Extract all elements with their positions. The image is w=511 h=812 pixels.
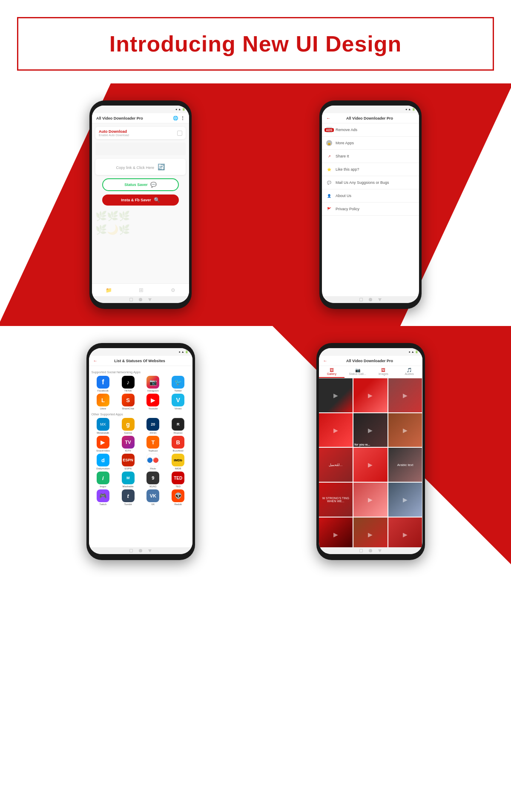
globe-icon[interactable]: 🌐 xyxy=(173,116,178,120)
app-item-twitter[interactable]: 🐦 Twitter xyxy=(167,376,190,392)
home-button[interactable] xyxy=(139,298,142,301)
tiktok-icon: ♪ xyxy=(122,376,135,389)
home-btn-4[interactable] xyxy=(369,549,372,552)
app-item-20min[interactable]: 20 20min xyxy=(141,418,165,434)
menu-item-share[interactable]: ↗ Share It xyxy=(322,150,419,163)
status-saver-button[interactable]: Status Saver 💬 xyxy=(102,178,179,191)
auto-download-checkbox[interactable] xyxy=(177,131,182,136)
folder-nav-icon[interactable]: 📁 xyxy=(106,287,112,293)
settings-nav-icon[interactable]: ⚙ xyxy=(171,287,175,293)
home-btn-2[interactable] xyxy=(369,298,372,301)
tab-status-gallery[interactable]: 📷 Status Gall... xyxy=(344,366,370,378)
back-button[interactable] xyxy=(148,298,152,301)
screen1-content: Auto Download Enable Auto Download Copy … xyxy=(92,123,189,283)
thumb-content-1: ▶ xyxy=(319,378,353,412)
menu-item-more-apps[interactable]: 🔒 More Apps xyxy=(322,137,419,150)
gallery-thumb-14[interactable]: ▶ xyxy=(353,518,388,547)
back-btn-3[interactable] xyxy=(148,549,152,552)
app-item-mashable[interactable]: M Mashable xyxy=(116,472,140,488)
gallery-thumb-15[interactable]: ▶ xyxy=(388,518,422,547)
thumb-content-12: ▶ xyxy=(388,483,422,517)
snackvideo-icon: ▶ xyxy=(97,436,109,449)
gallery-thumb-4[interactable]: ▶ xyxy=(319,413,353,447)
app-item-youtube[interactable]: ▶ Youtube xyxy=(141,394,165,410)
buzzfeed-label: Buzzfeed xyxy=(173,449,184,452)
recent-apps-btn-4[interactable] xyxy=(359,549,363,552)
app-item-dailymotion[interactable]: d Dailymotion xyxy=(92,454,115,470)
app-item-twitch[interactable]: 🎮 Twitch xyxy=(92,489,115,506)
app-item-topbuzz[interactable]: T Topbuzz xyxy=(141,436,165,452)
igtv-icon: TV xyxy=(122,436,135,449)
app-item-imgur[interactable]: i Imgur xyxy=(92,472,115,488)
copy-link-area[interactable]: Copy link & Click Here 🔄 xyxy=(95,159,186,175)
back-btn-4[interactable] xyxy=(378,549,382,552)
back-btn-2[interactable] xyxy=(378,298,382,301)
app-item-facebook[interactable]: f Facebook xyxy=(92,376,115,392)
app-item-likee[interactable]: L Likee xyxy=(92,394,115,410)
app-item-metakatalk[interactable]: MX Metakatalk xyxy=(92,418,115,434)
menu-item-like[interactable]: ⭐ Like this app? xyxy=(322,163,419,176)
app-item-reddit[interactable]: 👽 Reddit xyxy=(167,489,190,506)
gallery-tab-label: Gallery xyxy=(327,372,336,375)
app-item-roposo[interactable]: R Roposo xyxy=(167,418,190,434)
app-item-sharechat[interactable]: S ShareChat xyxy=(116,394,140,410)
grid-nav-icon[interactable]: ⊞ xyxy=(139,287,144,293)
gallery-thumb-5[interactable]: for you w... ▶ xyxy=(353,413,388,447)
gallery-thumb-11[interactable]: ▶ xyxy=(353,483,388,517)
app-item-flickr[interactable]: 🔵🔴 Flickr xyxy=(141,454,165,470)
app-item-9gag[interactable]: 9 9GAG xyxy=(141,472,165,488)
gallery-thumb-13[interactable]: ▶ xyxy=(319,518,353,547)
app-item-imdb[interactable]: IMDb IMDB xyxy=(167,454,190,470)
vk-icon: VK xyxy=(146,489,159,502)
flag-icon: 🚩 xyxy=(326,206,332,212)
phone-screen-3: ● ▲ 🔋 ← List & Statuses Of Websites Supp… xyxy=(89,348,192,554)
app-item-tiktok[interactable]: ♪ TikTok xyxy=(116,376,140,392)
tab-audios[interactable]: 🎵 Audios xyxy=(396,366,422,378)
recent-apps-button[interactable] xyxy=(129,298,133,301)
app-item-igtv[interactable]: TV IGTV xyxy=(116,436,140,452)
gallery-thumb-6[interactable]: ▶ xyxy=(388,413,422,447)
recent-apps-btn-3[interactable] xyxy=(129,549,133,552)
app-item-ganna[interactable]: g Ganna xyxy=(116,418,140,434)
app-item-espn[interactable]: ESPN ESPN xyxy=(116,454,140,470)
tab-images[interactable]: 🖼 Images xyxy=(370,366,396,378)
app-item-snackvideo[interactable]: ▶ SnackVideo xyxy=(92,436,115,452)
likee-label: Likee xyxy=(100,407,106,410)
gallery-thumb-8[interactable]: ▶ xyxy=(353,448,388,482)
gallery-thumb-3[interactable]: ▶ xyxy=(388,378,422,412)
back-arrow-2[interactable]: ← xyxy=(326,116,330,120)
section1-label: Supported Social Networking Apps xyxy=(92,370,190,374)
recent-apps-btn-2[interactable] xyxy=(359,298,363,301)
topbuzz-label: Topbuzz xyxy=(148,449,158,452)
insta-fb-button[interactable]: Insta & Fb Saver 🔍 xyxy=(102,194,179,206)
gallery-thumb-9[interactable]: Arabic text xyxy=(388,448,422,482)
home-btn-3[interactable] xyxy=(139,549,142,552)
tab-gallery[interactable]: 🖼 Gallery xyxy=(319,366,345,378)
gallery-thumb-12[interactable]: ▶ xyxy=(388,483,422,517)
header-border-box: Introducing New UI Design xyxy=(17,17,494,71)
menu-item-remove-ads[interactable]: ADS Remove Ads xyxy=(322,123,419,137)
gallery-tabs: 🖼 Gallery 📷 Status Gall... 🖼 Images 🎵 Au… xyxy=(319,366,422,378)
menu-item-privacy[interactable]: 🚩 Privacy Policy xyxy=(322,203,419,216)
menu-item-mail[interactable]: 💬 Mail Us Any Suggsions or Bugs xyxy=(322,176,419,189)
app-item-instagram[interactable]: 📷 Instagram xyxy=(141,376,165,392)
app-item-vk[interactable]: VK VK xyxy=(141,489,165,506)
copy-link-text: Copy link & Click Here xyxy=(116,166,155,170)
app-item-tumblr[interactable]: t Tumblr xyxy=(116,489,140,506)
app-item-buzzfeed[interactable]: B Buzzfeed xyxy=(167,436,190,452)
thumb-content-5: for you w... ▶ xyxy=(353,413,388,447)
gallery-thumb-1[interactable]: ▶ xyxy=(319,378,353,412)
menu-item-about[interactable]: 👤 About Us xyxy=(322,189,419,203)
gallery-thumb-2[interactable]: ▶ xyxy=(353,378,388,412)
back-arrow-4[interactable]: ← xyxy=(323,358,327,363)
share-label: Share It xyxy=(336,154,349,158)
gallery-thumb-7[interactable]: للتحميل... xyxy=(319,448,353,482)
app-item-vimeo[interactable]: V Vimeo xyxy=(167,394,190,410)
status-bar-2: ● ▲ 🔋 xyxy=(322,106,419,113)
back-arrow-3[interactable]: ← xyxy=(93,358,98,363)
app-item-ted[interactable]: TED TED xyxy=(167,472,190,488)
auto-download-sub: Enable Auto Download xyxy=(99,134,129,137)
gallery-thumb-10[interactable]: W STRONG'S TING WHEN WE... xyxy=(319,483,353,517)
menu-icon[interactable]: ⋮ xyxy=(181,116,185,120)
imdb-icon: IMDb xyxy=(172,454,184,466)
